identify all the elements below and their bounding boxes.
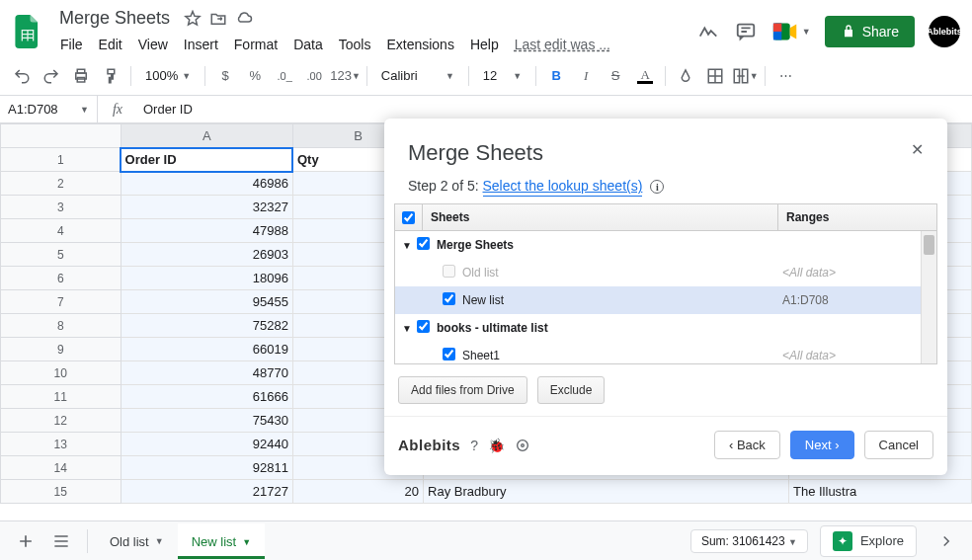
chevron-down-icon[interactable]: ▼ <box>401 240 413 251</box>
row-header[interactable]: 11 <box>1 385 122 409</box>
quick-sum-dropdown[interactable]: Sum: 31061423 ▼ <box>690 529 808 553</box>
item-checkbox[interactable] <box>443 292 455 305</box>
menu-format[interactable]: Format <box>227 33 284 56</box>
item-checkbox[interactable] <box>443 348 455 360</box>
zoom-dropdown[interactable]: 100% ▼ <box>137 68 199 83</box>
col-header-a[interactable]: A <box>121 124 292 148</box>
account-avatar[interactable]: Ablebits <box>929 16 960 47</box>
borders-button[interactable] <box>701 62 729 90</box>
cell[interactable]: 48770 <box>121 361 292 385</box>
cell[interactable]: 92811 <box>121 456 292 480</box>
cell[interactable]: 66019 <box>121 338 292 361</box>
cell[interactable]: Ray Bradbury <box>424 480 789 504</box>
tree-item[interactable]: New list A1:D708 <box>395 286 936 314</box>
column-ranges[interactable]: Ranges <box>778 204 936 230</box>
sheets-logo-icon[interactable] <box>8 12 47 51</box>
menu-insert[interactable]: Insert <box>177 33 225 56</box>
settings-icon[interactable] <box>515 438 530 453</box>
group-checkbox[interactable] <box>417 237 430 250</box>
menu-help[interactable]: Help <box>463 33 506 56</box>
row-header[interactable]: 4 <box>1 219 122 243</box>
cell[interactable]: 75430 <box>121 409 292 433</box>
sheet-tab-old-list[interactable]: Old list▼ <box>96 523 178 559</box>
row-header[interactable]: 13 <box>1 433 122 456</box>
font-dropdown[interactable]: Calibri▼ <box>373 68 462 83</box>
add-sheet-button[interactable] <box>8 523 43 559</box>
tree-group[interactable]: ▼ books - ultimate list <box>395 314 936 342</box>
menu-extensions[interactable]: Extensions <box>379 33 460 56</box>
help-icon[interactable]: ? <box>470 438 478 453</box>
redo-button[interactable] <box>38 62 65 90</box>
document-title[interactable]: Merge Sheets <box>53 6 176 31</box>
menu-edit[interactable]: Edit <box>92 33 129 56</box>
activity-icon[interactable] <box>696 20 720 43</box>
row-header[interactable]: 8 <box>1 314 122 338</box>
more-formats-dropdown[interactable]: 123 ▼ <box>330 62 361 90</box>
column-sheets[interactable]: Sheets <box>423 204 778 230</box>
menu-view[interactable]: View <box>131 33 175 56</box>
decrease-decimal-button[interactable]: .0_ <box>271 62 298 90</box>
cell[interactable]: 26903 <box>121 243 292 267</box>
cell[interactable]: 92440 <box>121 433 292 456</box>
all-sheets-button[interactable] <box>43 523 79 559</box>
name-box[interactable]: A1:D708▼ <box>0 96 98 122</box>
cell[interactable]: 61666 <box>121 385 292 409</box>
more-toolbar-button[interactable]: ⋯ <box>771 62 799 90</box>
cell[interactable]: The Illustra <box>788 480 971 504</box>
share-button[interactable]: Share <box>825 16 915 47</box>
print-button[interactable] <box>67 62 95 90</box>
text-color-button[interactable]: A <box>631 62 659 90</box>
bold-button[interactable]: B <box>542 62 570 90</box>
font-size-dropdown[interactable]: 12 ▼ <box>475 68 529 83</box>
cell[interactable]: 21727 <box>121 480 292 504</box>
row-header[interactable]: 2 <box>1 172 122 196</box>
merge-cells-button[interactable]: ▼ <box>731 62 759 90</box>
menu-data[interactable]: Data <box>286 33 330 56</box>
chevron-down-icon[interactable]: ▼ <box>401 323 413 334</box>
last-edit-link[interactable]: Last edit was ... <box>508 33 617 56</box>
currency-button[interactable]: $ <box>211 62 239 90</box>
cell[interactable]: 75282 <box>121 314 292 338</box>
item-range[interactable]: A1:D708 <box>782 293 931 307</box>
row-header[interactable]: 7 <box>1 290 122 314</box>
group-checkbox[interactable] <box>417 320 430 333</box>
percent-button[interactable]: % <box>241 62 269 90</box>
cell[interactable]: 95455 <box>121 290 292 314</box>
comment-history-icon[interactable] <box>734 20 758 43</box>
tree-group[interactable]: ▼ Merge Sheets <box>395 231 936 259</box>
cell[interactable]: 47988 <box>121 219 292 243</box>
tree-scrollbar[interactable] <box>921 231 936 363</box>
star-icon[interactable] <box>184 10 202 28</box>
row-header[interactable]: 14 <box>1 456 122 480</box>
meet-icon[interactable]: ▼ <box>771 12 811 51</box>
row-header[interactable]: 6 <box>1 267 122 290</box>
select-all-corner[interactable] <box>1 124 122 148</box>
row-header[interactable]: 1 <box>1 148 122 172</box>
menu-file[interactable]: File <box>53 33 90 56</box>
strikethrough-button[interactable]: S <box>602 62 629 90</box>
increase-decimal-button[interactable]: .00 <box>300 62 328 90</box>
row-header[interactable]: 15 <box>1 480 122 504</box>
move-icon[interactable] <box>209 10 227 28</box>
menu-tools[interactable]: Tools <box>332 33 378 56</box>
row-header[interactable]: 9 <box>1 338 122 361</box>
info-icon[interactable]: i <box>650 180 664 194</box>
row-header[interactable]: 5 <box>1 243 122 267</box>
exclude-button[interactable]: Exclude <box>537 376 606 404</box>
formula-content[interactable]: Order ID <box>137 102 199 117</box>
bug-icon[interactable]: 🐞 <box>488 438 505 453</box>
side-panel-button[interactable] <box>929 523 964 559</box>
paint-format-button[interactable] <box>97 62 124 90</box>
row-header[interactable]: 3 <box>1 196 122 219</box>
add-files-button[interactable]: Add files from Drive <box>398 376 527 404</box>
back-button[interactable]: ‹ Back <box>714 431 780 459</box>
row-header[interactable]: 12 <box>1 409 122 433</box>
fill-color-button[interactable] <box>672 62 699 90</box>
tree-item[interactable]: Old list <All data> <box>395 259 936 286</box>
cancel-button[interactable]: Cancel <box>864 431 933 459</box>
cell[interactable]: Order ID <box>121 148 292 172</box>
tree-item[interactable]: Sheet1 <All data> <box>395 342 936 364</box>
close-icon[interactable]: ✕ <box>911 140 924 159</box>
cell[interactable]: 46986 <box>121 172 292 196</box>
explore-button[interactable]: ✦Explore <box>820 525 917 557</box>
